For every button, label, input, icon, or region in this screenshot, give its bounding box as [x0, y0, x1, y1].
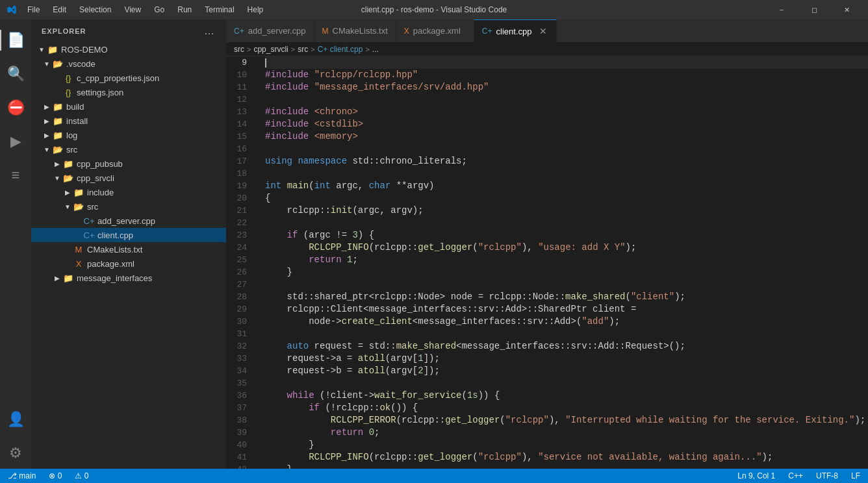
- activity-source-control[interactable]: ⛔: [0, 92, 31, 123]
- tree-item-include[interactable]: ▶ 📁 include: [31, 185, 226, 199]
- tree-item-c-cpp-properties[interactable]: {} c_cpp_properties.json: [31, 71, 226, 85]
- tree-label: .vscode: [66, 59, 96, 69]
- source-control-icon: ⛔: [7, 99, 25, 116]
- tree-item-package-xml[interactable]: X package.xml: [31, 256, 226, 271]
- minimize-button[interactable]: −: [767, 0, 797, 19]
- line-number: 40: [226, 439, 252, 451]
- code-content[interactable]: #include "rclcpp/rclcpp.hpp"#include "me…: [257, 56, 868, 469]
- line-number: 26: [226, 266, 252, 279]
- breadcrumb-src[interactable]: src: [234, 45, 244, 54]
- breadcrumb-client[interactable]: C+ client.cpp: [318, 45, 363, 54]
- line-number: 12: [226, 93, 252, 106]
- code-line: #include <memory>: [265, 130, 868, 143]
- cmake-icon: M: [73, 245, 84, 254]
- tree-item-cpp-pubsub[interactable]: ▶ 📁 cpp_pubsub: [31, 156, 226, 171]
- code-line: [265, 217, 868, 229]
- code-line: }: [265, 464, 868, 469]
- folder-icon: 📁: [73, 188, 84, 197]
- breadcrumb-src2[interactable]: src: [298, 45, 308, 54]
- code-line: }: [265, 266, 868, 279]
- maximize-button[interactable]: ◻: [799, 0, 829, 19]
- tab-label: CMakeLists.txt: [333, 26, 388, 36]
- line-ending[interactable]: LF: [849, 471, 863, 480]
- code-line: #include <chrono>: [265, 106, 868, 118]
- tree-label: build: [66, 102, 84, 112]
- line-number: 36: [226, 390, 252, 402]
- tree-item-install[interactable]: ▶ 📁 install: [31, 114, 226, 128]
- vscode-logo-icon: [6, 5, 17, 15]
- main-layout: 📄 🔍 ⛔ ▶ ≡ 👤 ⚙ EXPLORER …: [0, 19, 868, 469]
- tree-label: settings.json: [77, 88, 123, 97]
- folder-icon: 📁: [47, 45, 58, 55]
- folder-open-icon: 📂: [52, 59, 64, 69]
- code-line: request->b = atoll(argv[2]);: [265, 365, 868, 377]
- line-numbers: 9101112131415161718192021222324252627282…: [226, 56, 257, 469]
- errors-count[interactable]: ⊗ 0: [46, 471, 64, 480]
- line-number: 18: [226, 167, 252, 180]
- git-branch[interactable]: ⎇ main: [5, 471, 38, 480]
- menu-file[interactable]: File: [22, 4, 45, 16]
- menu-help[interactable]: Help: [242, 4, 269, 16]
- tree-item-cpp-srvcli[interactable]: ▼ 📂 cpp_srvcli: [31, 171, 226, 185]
- code-line: [265, 143, 868, 155]
- tree-item-src-sub[interactable]: ▼ 📂 src: [31, 199, 226, 214]
- tree-item-message-interfaces[interactable]: ▶ 📁 message_interfaces: [31, 271, 226, 285]
- activity-explorer[interactable]: 📄: [0, 25, 31, 56]
- chevron-down-icon: ▼: [42, 146, 52, 153]
- code-line: {: [265, 192, 868, 204]
- tree-label: src: [66, 145, 77, 155]
- close-button[interactable]: ✕: [832, 0, 862, 19]
- tab-close-button[interactable]: ✕: [538, 26, 548, 36]
- tab-client[interactable]: C+ client.cpp ✕: [474, 19, 557, 42]
- code-line: if (argc != 3) {: [265, 229, 868, 242]
- line-number: 13: [226, 106, 252, 118]
- file-tree: ▼ 📁 ROS-DEMO ▼ 📂 .vscode {} c_cpp_proper…: [31, 42, 226, 469]
- code-line: #include <cstdlib>: [265, 118, 868, 130]
- tab-cmakelists[interactable]: M CMakeLists.txt: [314, 19, 396, 42]
- tree-item-src[interactable]: ▼ 📂 src: [31, 142, 226, 156]
- tree-item-cmakelists[interactable]: M CMakeLists.txt: [31, 242, 226, 256]
- tab-label: add_server.cpp: [248, 26, 306, 36]
- activity-run[interactable]: ▶: [0, 126, 31, 157]
- warnings-count[interactable]: ⚠ 0: [72, 471, 91, 480]
- cursor-position[interactable]: Ln 9, Col 1: [735, 471, 778, 480]
- more-options-icon[interactable]: …: [203, 24, 216, 38]
- activity-settings[interactable]: ⚙: [0, 438, 31, 469]
- tree-item-log[interactable]: ▶ 📁 log: [31, 128, 226, 142]
- tab-add-server[interactable]: C+ add_server.cpp: [226, 19, 314, 42]
- line-number: 37: [226, 402, 252, 414]
- breadcrumb: src > cpp_srvcli > src > C+ client.cpp >…: [226, 42, 868, 56]
- language-mode[interactable]: C++: [785, 471, 806, 480]
- breadcrumb-sep-4: >: [365, 45, 369, 53]
- tree-root[interactable]: ▼ 📁 ROS-DEMO: [31, 42, 226, 56]
- code-line: if (!rclcpp::ok()) {: [265, 402, 868, 414]
- menu-selection[interactable]: Selection: [74, 4, 116, 16]
- tree-item-add-server[interactable]: C+ add_server.cpp: [31, 214, 226, 228]
- encoding[interactable]: UTF-8: [813, 471, 841, 480]
- menu-terminal[interactable]: Terminal: [199, 4, 239, 16]
- activity-accounts[interactable]: 👤: [0, 404, 31, 435]
- chevron-right-icon: ▶: [42, 118, 52, 125]
- xml-tab-icon: X: [404, 27, 409, 36]
- tabs-bar: C+ add_server.cpp M CMakeLists.txt X pac…: [226, 19, 868, 42]
- line-number: 31: [226, 328, 252, 340]
- menu-view[interactable]: View: [119, 4, 146, 16]
- activity-search[interactable]: 🔍: [0, 58, 31, 90]
- breadcrumb-ellipsis[interactable]: ...: [372, 45, 379, 54]
- menu-edit[interactable]: Edit: [47, 4, 71, 16]
- line-number: 30: [226, 316, 252, 328]
- tree-item-vscode[interactable]: ▼ 📂 .vscode: [31, 56, 226, 71]
- breadcrumb-cpp-srvcli[interactable]: cpp_srvcli: [253, 45, 288, 54]
- activity-extensions[interactable]: ≡: [0, 160, 31, 191]
- menu-run[interactable]: Run: [172, 4, 197, 16]
- tab-package[interactable]: X package.xml: [396, 19, 474, 42]
- tree-item-build[interactable]: ▶ 📁 build: [31, 99, 226, 114]
- menu-go[interactable]: Go: [149, 4, 170, 16]
- tree-item-client[interactable]: C+ client.cpp: [31, 228, 226, 242]
- tree-label: install: [66, 116, 88, 126]
- code-line: std::shared_ptr<rclcpp::Node> node = rcl…: [265, 291, 868, 303]
- line-number: 14: [226, 118, 252, 130]
- extensions-icon: ≡: [12, 167, 20, 184]
- tree-item-settings[interactable]: {} settings.json: [31, 85, 226, 99]
- code-line: auto request = std::make_shared<message_…: [265, 340, 868, 353]
